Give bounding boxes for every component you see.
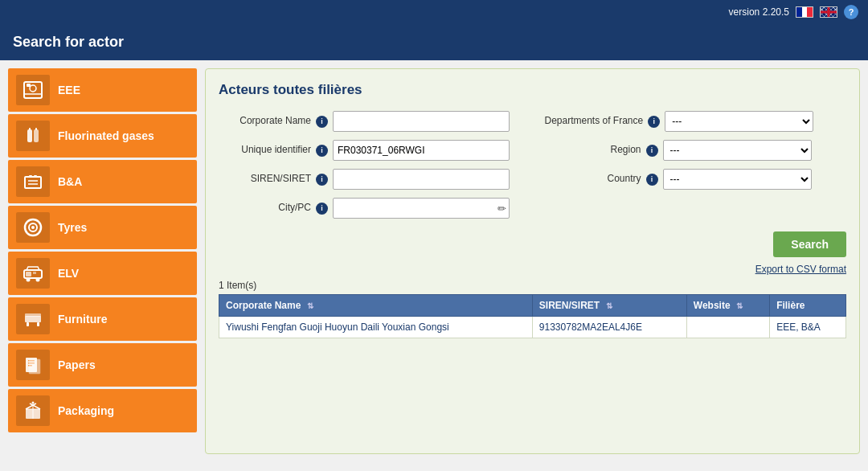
- sidebar-item-eee[interactable]: EEE: [8, 68, 197, 112]
- form-right: Departments of France i --- Region i ---: [545, 111, 847, 219]
- svg-rect-5: [34, 129, 39, 142]
- city-pc-label: City/PC: [219, 202, 311, 215]
- elv-icon: [16, 258, 50, 289]
- siren-siret-input[interactable]: [333, 169, 510, 190]
- sidebar-label-fluorinated-gases: Fluorinated gases: [58, 129, 154, 142]
- sort-corporate-name-icon[interactable]: ⇅: [307, 301, 313, 310]
- svg-rect-6: [29, 128, 31, 130]
- sidebar-item-ba[interactable]: B&A: [8, 160, 197, 203]
- help-icon[interactable]: ?: [844, 5, 858, 19]
- unique-identifier-row: Unique identifier i: [219, 140, 521, 161]
- departments-france-row: Departments of France i ---: [545, 111, 847, 132]
- country-select[interactable]: ---: [663, 169, 812, 190]
- sidebar-label-tyres: Tyres: [58, 221, 87, 234]
- svg-rect-2: [27, 84, 31, 87]
- city-pc-info-icon[interactable]: i: [316, 203, 328, 215]
- export-csv-link[interactable]: Export to CSV format: [755, 264, 846, 275]
- unique-identifier-input[interactable]: [333, 140, 510, 161]
- results-table: Corporate Name ⇅ SIREN/SIRET ⇅ Website ⇅…: [219, 294, 846, 338]
- eee-icon: [16, 75, 50, 105]
- siren-siret-info-icon[interactable]: i: [316, 174, 328, 186]
- table-header-row: Corporate Name ⇅ SIREN/SIRET ⇅ Website ⇅…: [219, 295, 846, 317]
- tyres-icon: [16, 212, 50, 243]
- corporate-name-info-icon[interactable]: i: [316, 116, 328, 128]
- city-pc-input[interactable]: [333, 198, 510, 219]
- sidebar-item-papers[interactable]: Papers: [8, 343, 197, 387]
- svg-point-33: [32, 402, 35, 404]
- results-count: 1 Item(s): [219, 280, 846, 291]
- corporate-name-label: Corporate Name: [219, 115, 311, 128]
- svg-rect-17: [26, 272, 31, 276]
- export-row: Export to CSV format: [219, 264, 846, 275]
- version-label: version 2.20.5: [729, 6, 789, 18]
- country-row: Country i ---: [545, 169, 847, 190]
- country-label: Country: [545, 173, 641, 186]
- sidebar-label-elv: ELV: [58, 267, 79, 280]
- sidebar: EEE Fluorinated gases: [8, 68, 197, 454]
- sidebar-label-eee: EEE: [58, 84, 80, 96]
- svg-point-19: [27, 278, 31, 282]
- column-header-website[interactable]: Website ⇅: [686, 295, 769, 317]
- departments-france-select[interactable]: ---: [665, 111, 813, 132]
- search-button-row: Search: [219, 231, 846, 257]
- sort-website-icon[interactable]: ⇅: [736, 301, 743, 310]
- siren-siret-label: SIREN/SIRET: [219, 173, 311, 186]
- svg-rect-29: [29, 359, 40, 374]
- unique-identifier-label: Unique identifier: [219, 144, 311, 157]
- sidebar-label-furniture: Furniture: [58, 313, 107, 326]
- svg-rect-10: [34, 175, 37, 178]
- cell-website: [686, 317, 769, 338]
- sidebar-label-ba: B&A: [58, 175, 82, 188]
- siren-siret-row: SIREN/SIRET i: [219, 169, 521, 190]
- content-title: Acteurs toutes filières: [219, 82, 846, 98]
- svg-rect-8: [25, 177, 41, 188]
- page-header: Search for actor: [0, 24, 868, 60]
- main-layout: EEE Fluorinated gases: [0, 60, 868, 462]
- sidebar-item-tyres[interactable]: Tyres: [8, 206, 197, 249]
- sidebar-label-packaging: Packaging: [58, 404, 114, 417]
- city-pc-input-wrapper: ✏: [333, 198, 510, 219]
- cell-filiere: EEE, B&A: [770, 317, 846, 338]
- svg-point-1: [30, 85, 36, 92]
- table-body: Yiwushi Fengfan Guoji Huoyun Daili Youxi…: [219, 317, 846, 338]
- svg-rect-21: [25, 316, 41, 322]
- departments-france-label: Departments of France: [545, 115, 644, 128]
- corporate-name-input[interactable]: [333, 111, 510, 132]
- sidebar-item-fluorinated-gases[interactable]: Fluorinated gases: [8, 114, 197, 158]
- region-label: Region: [545, 144, 641, 157]
- column-header-corporate-name[interactable]: Corporate Name ⇅: [219, 295, 533, 317]
- table-row[interactable]: Yiwushi Fengfan Guoji Huoyun Daili Youxi…: [219, 317, 846, 338]
- furniture-icon: [16, 304, 50, 334]
- city-pc-edit-icon[interactable]: ✏: [497, 203, 506, 215]
- column-header-filiere[interactable]: Filière: [770, 295, 846, 317]
- search-form: Corporate Name i Unique identifier i SIR…: [219, 111, 846, 219]
- city-pc-row: City/PC i ✏: [219, 198, 521, 219]
- cell-corporate-name: Yiwushi Fengfan Guoji Huoyun Daili Youxi…: [219, 317, 533, 338]
- corporate-name-row: Corporate Name i: [219, 111, 521, 132]
- unique-identifier-info-icon[interactable]: i: [316, 145, 328, 157]
- departments-france-info-icon[interactable]: i: [648, 116, 660, 128]
- sidebar-item-packaging[interactable]: Packaging: [8, 389, 197, 432]
- region-select[interactable]: ---: [663, 140, 812, 161]
- svg-point-20: [36, 278, 40, 282]
- form-left: Corporate Name i Unique identifier i SIR…: [219, 111, 521, 219]
- column-header-siren-siret[interactable]: SIREN/SIRET ⇅: [532, 295, 686, 317]
- svg-rect-9: [29, 175, 32, 178]
- cell-siren-siret: 91330782MA2EAL4J6E: [532, 317, 686, 338]
- packaging-icon: [16, 395, 50, 426]
- page-title: Search for actor: [13, 34, 124, 50]
- region-info-icon[interactable]: i: [646, 145, 658, 157]
- flag-uk-icon[interactable]: [820, 6, 837, 18]
- svg-rect-4: [27, 129, 32, 142]
- flag-fr-icon[interactable]: [796, 6, 813, 18]
- sort-siren-siret-icon[interactable]: ⇅: [606, 301, 612, 310]
- content-area: Acteurs toutes filières Corporate Name i…: [205, 68, 860, 454]
- svg-rect-7: [35, 128, 37, 130]
- country-info-icon[interactable]: i: [646, 174, 658, 186]
- search-button[interactable]: Search: [773, 231, 846, 257]
- svg-point-15: [31, 226, 35, 229]
- svg-rect-24: [25, 313, 41, 317]
- sidebar-item-elv[interactable]: ELV: [8, 252, 197, 295]
- papers-icon: [16, 350, 50, 380]
- sidebar-item-furniture[interactable]: Furniture: [8, 297, 197, 341]
